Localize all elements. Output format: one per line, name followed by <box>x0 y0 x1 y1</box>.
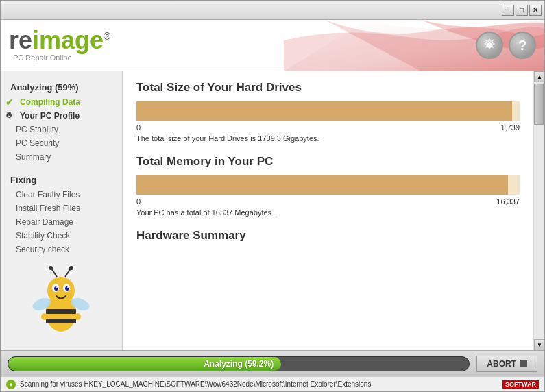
svg-point-16 <box>69 266 73 270</box>
hd-bar-labels: 0 1,739 <box>136 123 520 132</box>
mem-section-title: Total Memory in Your PC <box>136 155 520 169</box>
sidebar-item-install-fresh[interactable]: Install Fresh Files <box>1 201 122 215</box>
svg-point-19 <box>41 313 48 320</box>
logo-text: reimage® <box>9 28 110 53</box>
sidebar-item-pc-security[interactable]: PC Security <box>1 136 122 150</box>
help-button[interactable]: ? <box>509 32 536 59</box>
sidebar-item-summary[interactable]: Summary <box>1 150 122 164</box>
svg-point-12 <box>67 286 69 288</box>
svg-rect-5 <box>46 319 76 323</box>
sidebar: Analyzing (59%) ✔ Compiling Data ⚙ Your … <box>1 71 123 350</box>
titlebar-buttons: − □ ✕ <box>502 5 542 16</box>
scrollbar-thumb[interactable] <box>534 84 544 125</box>
sidebar-item-pc-stability[interactable]: PC Stability <box>1 123 122 136</box>
mem-bar-max: 16,337 <box>496 197 520 206</box>
abort-label: ABORT <box>487 359 516 369</box>
svg-point-6 <box>47 277 75 304</box>
mem-bar-fill <box>136 175 508 195</box>
mascot-area <box>1 256 122 343</box>
maximize-button[interactable]: □ <box>516 5 528 16</box>
content-area: Analyzing (59%) ✔ Compiling Data ⚙ Your … <box>1 71 544 350</box>
progress-bar-container: Analyzing (59.2%) <box>8 356 470 371</box>
sidebar-item-security-check[interactable]: Security check <box>1 243 122 256</box>
close-button[interactable]: ✕ <box>529 5 542 16</box>
svg-point-11 <box>56 286 58 288</box>
check-icon: ✔ <box>5 97 13 108</box>
fixing-section-title: Fixing <box>1 171 122 188</box>
main-window: − □ ✕ <box>0 0 545 392</box>
sidebar-item-pc-profile[interactable]: ⚙ Your PC Profile <box>1 109 122 123</box>
hd-bar-container <box>136 101 520 121</box>
gear-icon: ⚙ <box>5 111 12 120</box>
titlebar: − □ ✕ <box>1 1 544 20</box>
softwar-badge: SOFTWAR <box>502 380 539 389</box>
main-panel: Total Size of Your Hard Drives 0 1,739 T… <box>123 71 533 350</box>
header: reimage® PC Repair Online ? <box>1 20 544 71</box>
status-bar: ● Scanning for viruses HKEY_LOCAL_MACHIN… <box>1 376 544 391</box>
status-icon: ● <box>6 380 16 389</box>
hd-bar-max: 1,739 <box>500 123 520 132</box>
sidebar-item-clear-faulty[interactable]: Clear Faulty Files <box>1 188 122 201</box>
hd-bar-fill <box>136 101 512 121</box>
scrollbar-track[interactable] <box>534 82 544 339</box>
mem-bar-min: 0 <box>136 197 141 206</box>
settings-button[interactable] <box>476 32 503 59</box>
hd-description: The total size of your Hard Drives is 17… <box>136 134 520 143</box>
logo-area: reimage® PC Repair Online <box>9 28 110 62</box>
status-text: Scanning for viruses HKEY_LOCAL_MACHINE\… <box>20 380 371 388</box>
svg-point-20 <box>74 313 81 320</box>
sidebar-item-stability-check[interactable]: Stability Check <box>1 229 122 243</box>
svg-rect-4 <box>46 309 76 314</box>
svg-line-13 <box>51 269 57 277</box>
help-icon: ? <box>518 38 526 53</box>
abort-button[interactable]: ABORT <box>476 356 537 372</box>
hd-bar-min: 0 <box>136 123 141 132</box>
hd-section-title: Total Size of Your Hard Drives <box>136 81 520 95</box>
analyzing-section-title: Analyzing (59%) <box>1 78 122 95</box>
abort-icon <box>520 360 527 367</box>
svg-point-2 <box>489 45 491 47</box>
progress-bar-text: Analyzing (59.2%) <box>8 359 469 369</box>
header-icons: ? <box>476 32 536 59</box>
mem-description: Your PC has a total of 16337 Megabytes . <box>136 208 520 217</box>
scrollbar[interactable]: ▲ ▼ <box>533 71 544 350</box>
scrollbar-up-button[interactable]: ▲ <box>534 71 544 82</box>
scrollbar-down-button[interactable]: ▼ <box>534 339 544 350</box>
logo-subtitle: PC Repair Online <box>13 53 72 62</box>
svg-point-9 <box>54 286 58 291</box>
sidebar-item-compiling[interactable]: ✔ Compiling Data <box>1 95 122 109</box>
svg-line-15 <box>65 269 71 277</box>
bottom-bar: Analyzing (59.2%) ABORT <box>1 350 544 376</box>
mem-bar-labels: 0 16,337 <box>136 197 520 206</box>
svg-point-14 <box>49 266 53 270</box>
minimize-button[interactable]: − <box>502 5 514 16</box>
svg-point-10 <box>65 286 69 291</box>
hw-summary-title: Hardware Summary <box>136 229 520 243</box>
mem-bar-container <box>136 175 520 195</box>
bee-mascot <box>32 265 90 336</box>
sidebar-item-repair-damage[interactable]: Repair Damage <box>1 215 122 229</box>
